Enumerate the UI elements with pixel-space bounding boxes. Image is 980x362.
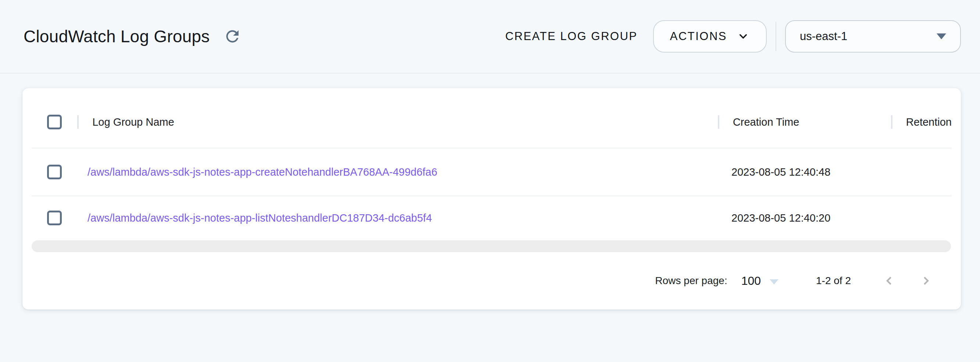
log-group-link[interactable]: /aws/lambda/aws-sdk-js-notes-app-listNot… (78, 212, 432, 224)
topbar: CloudWatch Log Groups CREATE LOG GROUP A… (0, 0, 980, 73)
region-select[interactable]: us-east-1 (785, 20, 961, 52)
actions-button[interactable]: ACTIONS (653, 20, 767, 52)
pagination-bar: Rows per page: 100 1-2 of 2 (32, 252, 952, 310)
column-separator (718, 115, 719, 129)
row-checkbox-cell (32, 165, 78, 179)
horizontal-scrollbar-track (32, 240, 952, 252)
row-name-cell: /aws/lambda/aws-sdk-js-notes-app-listNot… (78, 212, 722, 224)
actions-button-label: ACTIONS (670, 30, 727, 43)
select-caret-icon (937, 33, 946, 39)
chevron-down-icon (737, 30, 750, 43)
page-title: CloudWatch Log Groups (24, 27, 210, 46)
row-creation-time-cell: 2023-08-05 12:40:48 (722, 166, 897, 178)
table-row: /aws/lambda/aws-sdk-js-notes-app-createN… (32, 148, 952, 196)
column-header-retention[interactable]: Retention (906, 116, 952, 128)
column-separator (891, 115, 892, 129)
row-name-cell: /aws/lambda/aws-sdk-js-notes-app-createN… (78, 166, 722, 178)
chevron-right-icon (919, 274, 933, 288)
header-name-cell: Log Group Name (77, 115, 718, 129)
select-caret-icon (770, 279, 778, 284)
header-retention-cell: Retention (891, 115, 952, 129)
refresh-button[interactable] (222, 26, 243, 47)
row-checkbox[interactable] (47, 211, 62, 225)
creation-time-value: 2023-08-05 12:40:48 (722, 166, 830, 178)
previous-page-button[interactable] (881, 273, 897, 289)
column-header-creation-time[interactable]: Creation Time (733, 116, 799, 128)
rows-per-page-select[interactable]: 100 (741, 274, 778, 288)
column-header-log-group-name[interactable]: Log Group Name (92, 116, 174, 128)
rows-per-page-value: 100 (741, 274, 761, 288)
chevron-left-icon (882, 274, 896, 288)
table-header-row: Log Group Name Creation Time Retention (32, 88, 952, 148)
header-checkbox-cell (32, 115, 77, 129)
header-creation-time-cell: Creation Time (718, 115, 891, 129)
pagination-range-label: 1-2 of 2 (816, 275, 851, 287)
column-separator (77, 115, 79, 129)
create-log-group-button[interactable]: CREATE LOG GROUP (497, 30, 646, 43)
row-checkbox-cell (32, 211, 78, 225)
log-group-link[interactable]: /aws/lambda/aws-sdk-js-notes-app-createN… (78, 166, 437, 178)
log-groups-card: Log Group Name Creation Time Retention /… (22, 88, 961, 310)
select-all-checkbox[interactable] (47, 115, 62, 129)
next-page-button[interactable] (918, 273, 934, 289)
creation-time-value: 2023-08-05 12:40:20 (722, 212, 830, 224)
row-checkbox[interactable] (47, 165, 62, 179)
table-row: /aws/lambda/aws-sdk-js-notes-app-listNot… (32, 196, 952, 240)
rows-per-page-label: Rows per page: (655, 275, 727, 287)
topbar-divider (776, 22, 776, 51)
title-wrap: CloudWatch Log Groups (24, 26, 243, 47)
horizontal-scrollbar-thumb[interactable] (32, 240, 951, 252)
row-creation-time-cell: 2023-08-05 12:40:20 (722, 212, 897, 224)
region-select-value: us-east-1 (800, 30, 847, 43)
refresh-icon (223, 27, 242, 46)
topbar-actions: CREATE LOG GROUP ACTIONS us-east-1 (497, 20, 961, 52)
